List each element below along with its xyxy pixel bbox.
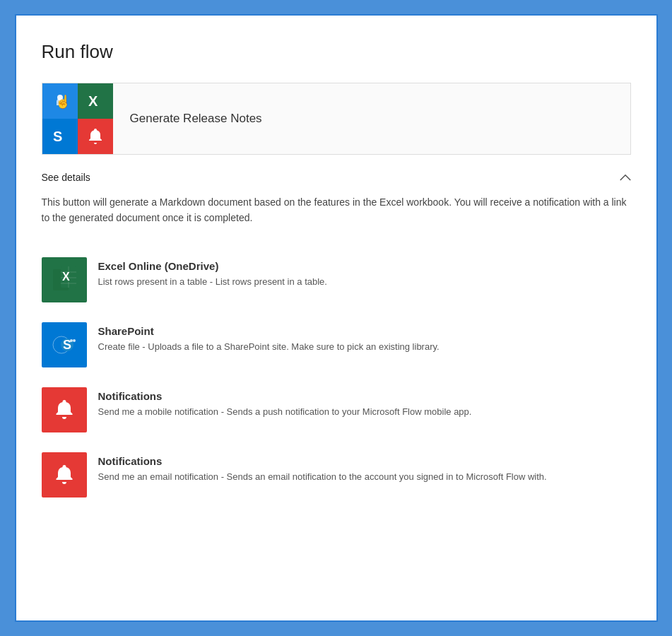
sharepoint-service-info: SharePoint Create file - Uploads a file … <box>98 322 440 354</box>
svg-point-16 <box>73 339 76 342</box>
list-item: S SharePoint Create file - Uploads a fil… <box>42 314 631 376</box>
modal-title: Run flow <box>42 41 631 63</box>
bell-mini-icon <box>86 126 105 146</box>
flow-title-area: Generate Release Notes <box>113 83 630 154</box>
notifications-mobile-name: Notifications <box>98 390 472 402</box>
excel-service-icon: X <box>42 257 87 302</box>
touch-icon: ☝ <box>49 90 71 112</box>
bell-email-icon <box>52 462 77 488</box>
flow-icons-grid: ☝ X S <box>42 83 113 154</box>
run-flow-modal: Run flow ☝ X <box>15 14 658 622</box>
excel-service-name: Excel Online (OneDrive) <box>98 260 327 272</box>
sharepoint-service-name: SharePoint <box>98 325 440 337</box>
notifications-email-name: Notifications <box>98 455 547 467</box>
excel-service-info: Excel Online (OneDrive) List rows presen… <box>98 257 327 289</box>
notifications-mobile-info: Notifications Send me a mobile notificat… <box>98 387 472 419</box>
excel-service-desc: List rows present in a table - List rows… <box>98 275 327 289</box>
list-item: X Excel Online (OneDrive) List rows pres… <box>42 249 631 311</box>
svg-text:X: X <box>62 271 70 283</box>
sharepoint-logo-icon: S <box>50 331 78 359</box>
flow-description: This button will generate a Markdown doc… <box>42 194 631 226</box>
notifications-email-desc: Send me an email notification - Sends an… <box>98 470 547 484</box>
sharepoint-service-icon: S <box>42 322 87 367</box>
list-item: Notifications Send me a mobile notificat… <box>42 379 631 441</box>
bell-mini-icon-cell <box>78 119 113 154</box>
svg-text:S: S <box>63 338 71 352</box>
service-list: X Excel Online (OneDrive) List rows pres… <box>42 249 631 506</box>
svg-text:X: X <box>88 93 98 109</box>
sharepoint-mini-icon: S <box>49 126 71 147</box>
notifications-mobile-icon <box>42 387 87 432</box>
svg-text:☝: ☝ <box>55 94 71 110</box>
excel-logo-icon: X <box>51 266 78 293</box>
notifications-email-info: Notifications Send me an email notificat… <box>98 452 547 484</box>
sharepoint-mini-icon-cell: S <box>42 119 78 154</box>
bell-mobile-icon <box>52 397 77 423</box>
flow-name-label: Generate Release Notes <box>130 112 262 126</box>
notifications-mobile-desc: Send me a mobile notification - Sends a … <box>98 405 472 419</box>
notifications-email-icon <box>42 452 87 497</box>
touch-icon-cell: ☝ <box>42 83 78 119</box>
chevron-up-icon <box>620 174 631 181</box>
flow-header-card: ☝ X S Generate Relea <box>42 83 631 155</box>
list-item: Notifications Send me an email notificat… <box>42 444 631 506</box>
see-details-row[interactable]: See details <box>42 172 631 183</box>
sharepoint-service-desc: Create file - Uploads a file to a ShareP… <box>98 340 440 354</box>
see-details-label: See details <box>42 172 90 183</box>
svg-point-15 <box>70 339 73 342</box>
excel-mini-icon-cell: X <box>78 83 113 119</box>
svg-text:S: S <box>53 129 62 144</box>
excel-mini-icon: X <box>85 90 106 112</box>
